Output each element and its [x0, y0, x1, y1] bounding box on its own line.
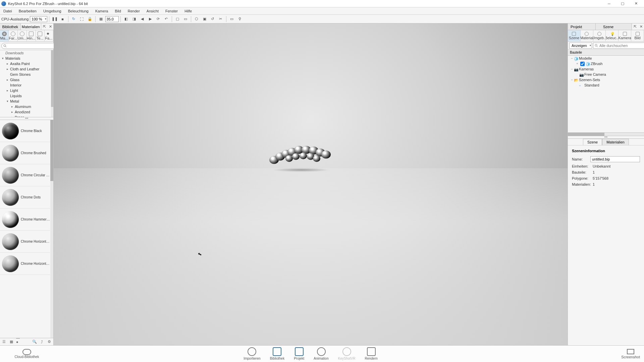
settings-icon[interactable]: ⚙ — [47, 339, 52, 345]
close-panel-icon[interactable]: ✕ — [47, 23, 53, 30]
scene-tree-resize-handle[interactable]: ••• — [568, 136, 644, 139]
menu-fenster[interactable]: Fenster — [162, 7, 181, 14]
libtab-colors[interactable]: Far... — [9, 30, 17, 41]
screen-icon[interactable]: ▭ — [228, 15, 235, 23]
libtab-textures[interactable]: Te... — [36, 30, 45, 41]
menu-datei[interactable]: Datei — [0, 7, 15, 14]
menu-beleuchtung[interactable]: Beleuchtung — [65, 7, 92, 14]
scenetree-freecamera[interactable]: 📷Free Camera — [568, 72, 644, 77]
list-view-icon[interactable]: ☰ — [1, 339, 7, 345]
infotab-szene[interactable]: Szene — [583, 139, 602, 145]
tree-item[interactable]: ▸Brass — [0, 115, 51, 117]
minimize-button[interactable]: ─ — [602, 0, 616, 7]
display-dropdown[interactable]: Anzeigen — [569, 43, 592, 49]
undo-icon[interactable]: ↺ — [209, 15, 216, 23]
menu-umgebung[interactable]: Umgebung — [40, 7, 65, 14]
tree-scrollbar[interactable] — [51, 50, 53, 117]
box-icon[interactable]: ▣ — [201, 15, 208, 23]
cube-icon[interactable]: ▢ — [174, 15, 181, 23]
menu-kamera[interactable]: Kamera — [92, 7, 112, 14]
screenshot-button[interactable]: Screenshot — [621, 349, 640, 359]
projtab-camera[interactable]: Kamera — [619, 30, 631, 41]
projtab-lighting[interactable]: 💡Beleuc... — [606, 30, 619, 41]
scenetree-standard[interactable]: ▫Standard — [568, 82, 644, 88]
render-button[interactable]: Rendern — [365, 347, 377, 360]
projtab-material[interactable]: Material — [581, 30, 593, 41]
fullscreen-icon[interactable]: ⛶ — [78, 15, 86, 23]
tab-szene-header[interactable]: Szene — [596, 23, 632, 30]
tree-item[interactable]: ▸Light — [0, 88, 51, 93]
popout-icon[interactable]: ⇱ — [41, 23, 47, 30]
reset-icon[interactable]: ↶ — [163, 15, 170, 23]
tool-icon-2[interactable]: ◨ — [130, 15, 138, 23]
project-button[interactable]: Projekt — [294, 347, 304, 360]
scenetree-scenesets[interactable]: −📂Szenen-Sets — [568, 77, 644, 82]
material-item[interactable]: Chrome Circular Mesh — [0, 164, 50, 186]
projtab-szene[interactable]: Szene — [568, 30, 581, 41]
animation-button[interactable]: Animation — [314, 347, 328, 360]
material-scrollbar[interactable] — [50, 120, 53, 338]
library-button[interactable]: Bibliothek — [270, 347, 284, 360]
material-item[interactable]: Chrome Dots — [0, 186, 50, 208]
tree-item[interactable]: ▸Anodized — [0, 109, 51, 115]
projtab-image[interactable]: Bild — [631, 30, 644, 41]
material-item[interactable]: Chrome Horizontal Me — [0, 231, 50, 253]
tree-materials[interactable]: ▾Materials — [0, 56, 51, 61]
tree-item[interactable]: ▸Axalta Paint — [0, 61, 51, 66]
libtab-materials[interactable]: Ma... — [0, 30, 9, 41]
visibility-checkbox[interactable] — [580, 62, 585, 66]
tab-materialien[interactable]: Materialien — [21, 23, 42, 30]
scene-name-input[interactable] — [590, 156, 640, 162]
library-search-input[interactable] — [1, 43, 56, 49]
projtab-environment[interactable]: Umgeb... — [593, 30, 606, 41]
import-button[interactable]: Importieren — [244, 347, 261, 360]
refresh-icon[interactable]: ↻ — [70, 15, 77, 23]
tree-item[interactable]: Interior — [0, 82, 51, 88]
close-button[interactable]: ✕ — [629, 0, 643, 7]
tree-item[interactable]: ▸Aluminum — [0, 104, 51, 109]
tree-resize-handle[interactable]: ••• — [0, 117, 53, 120]
cloud-label[interactable]: Cloud-Bibliothek — [15, 355, 39, 359]
grid-view-icon[interactable]: ▦ — [9, 339, 14, 345]
material-item[interactable]: Chrome Black — [0, 120, 50, 142]
arrow-right-icon[interactable]: ▶ — [147, 15, 154, 23]
libtab-backplates[interactable]: Hin... — [27, 30, 36, 41]
infotab-materialien[interactable]: Materialien — [602, 139, 629, 145]
scene-tree-hscroll[interactable] — [568, 133, 644, 136]
fov-input[interactable] — [105, 16, 119, 22]
tool-icon-1[interactable]: ◧ — [122, 15, 130, 23]
menu-bild[interactable]: Bild — [111, 7, 124, 14]
libtab-favorites[interactable]: ★Fa... — [45, 30, 53, 41]
arrow-left-icon[interactable]: ◀ — [139, 15, 146, 23]
menu-hilfe[interactable]: Hilfe — [181, 7, 195, 14]
tab-bibliothek[interactable]: Bibliothek — [0, 23, 21, 30]
cut-icon[interactable]: ✂ — [217, 15, 224, 23]
tree-item[interactable]: ▸Cloth and Leather — [0, 66, 51, 72]
tab-projekt[interactable]: Projekt — [568, 23, 596, 30]
popout-right-icon[interactable]: ⇱ — [632, 23, 638, 30]
scenetree-cameras[interactable]: −📷Kameras — [568, 66, 644, 72]
lock-icon[interactable]: 🔒 — [86, 15, 94, 23]
tree-item[interactable]: ▸Glass — [0, 77, 51, 82]
upload-icon[interactable]: ⤴ — [39, 339, 45, 345]
menu-bearbeiten[interactable]: Bearbeiten — [15, 7, 40, 14]
menu-ansicht[interactable]: Ansicht — [143, 7, 162, 14]
close-right-icon[interactable]: ✕ — [638, 23, 644, 30]
scene-search-input[interactable] — [593, 43, 644, 49]
tree-metal[interactable]: ▾Metal — [0, 99, 51, 104]
layer-icon[interactable]: ▭ — [182, 15, 189, 23]
person-icon[interactable]: ⚲ — [236, 15, 244, 23]
tree-item[interactable]: Gem Stones — [0, 72, 51, 77]
viewport[interactable]: ⬉ — [54, 23, 568, 345]
menu-render[interactable]: Render — [124, 7, 143, 14]
grid-icon[interactable]: ▦ — [97, 15, 105, 23]
libtab-environments[interactable]: Um... — [18, 30, 27, 41]
stop-icon[interactable]: ■ — [59, 15, 66, 23]
size-slider-icon[interactable]: —●— — [16, 339, 21, 345]
shield-icon[interactable]: ⬡ — [193, 15, 200, 23]
zoom-icon[interactable]: 🔍 — [32, 339, 37, 345]
scenetree-zbrush[interactable]: +🧊ZBrush — [568, 61, 644, 66]
cycle-icon[interactable]: ⟳ — [155, 15, 162, 23]
material-item[interactable]: Chrome Hammered — [0, 208, 50, 231]
cpu-combo[interactable]: 100 % — [30, 16, 47, 22]
